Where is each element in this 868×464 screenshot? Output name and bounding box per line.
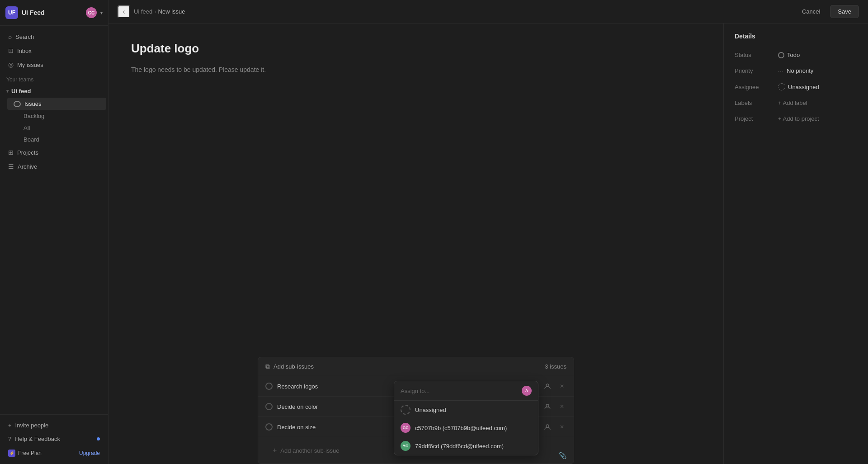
user-avatar-yc: YC xyxy=(401,441,410,451)
upgrade-button[interactable]: Upgrade xyxy=(79,450,100,456)
plus-icon: + xyxy=(8,422,12,429)
labels-label: Labels xyxy=(735,99,771,106)
help-icon: ? xyxy=(8,436,11,442)
sidebar-item-issues[interactable]: Issues xyxy=(7,98,106,110)
sub-issue-status-icon xyxy=(265,423,273,431)
editor-panel: Update logo The logo needs to be updated… xyxy=(108,24,723,464)
sidebar-item-backlog[interactable]: Backlog xyxy=(7,110,106,122)
sidebar-footer: + Invite people ? Help & Feedback ⚡ Free… xyxy=(0,414,108,464)
sidebar-header[interactable]: UF UI Feed CC ▾ xyxy=(0,0,108,26)
assign-option-yc[interactable]: YC 79ddf6cd (79ddf6cd@uifeed.com) xyxy=(394,437,538,455)
details-panel: Details Status Todo Priority ··· No prio… xyxy=(723,24,868,464)
close-button[interactable]: ✕ xyxy=(557,402,566,411)
issues-count: 3 issues xyxy=(545,363,566,370)
sidebar-item-archive[interactable]: ☰ Archive xyxy=(2,160,106,173)
team-sub-nav: Issues Backlog All Board xyxy=(0,98,108,145)
priority-label: Priority xyxy=(735,67,771,74)
status-text: Todo xyxy=(787,52,800,58)
assignee-icon xyxy=(778,83,785,90)
save-button[interactable]: Save xyxy=(830,5,859,18)
assign-option-label-yc: 79ddf6cd (79ddf6cd@uifeed.com) xyxy=(415,443,504,450)
breadcrumb-separator: › xyxy=(154,8,156,15)
project-label: Project xyxy=(735,115,771,122)
search-icon: ⌕ xyxy=(8,33,12,40)
sidebar-item-invite[interactable]: + Invite people xyxy=(2,419,106,432)
attachment-icon[interactable]: 📎 xyxy=(559,452,566,459)
add-label-button[interactable]: + Add label xyxy=(778,99,807,106)
sub-issue-item: Research logos A Unassigned xyxy=(258,376,574,397)
back-button[interactable]: ‹ xyxy=(118,5,130,18)
unassigned-icon xyxy=(401,405,410,415)
sidebar-item-my-issues[interactable]: ◎ My issues xyxy=(2,58,106,71)
plan-label: Free Plan xyxy=(18,450,42,456)
main-area: ‹ Ui feed › New issue Cancel Save Update… xyxy=(108,0,868,464)
my-issues-icon: ◎ xyxy=(8,61,14,68)
add-sub-issue-button[interactable]: + Add another sub-issue xyxy=(265,442,346,459)
cancel-button[interactable]: Cancel xyxy=(796,5,826,18)
issues-icon xyxy=(14,101,21,107)
assign-option-cc[interactable]: CC c5707b9b (c5707b9b@uifeed.com) xyxy=(394,419,538,437)
svg-point-1 xyxy=(546,404,549,407)
archive-icon: ☰ xyxy=(8,163,14,170)
sidebar-item-all[interactable]: All xyxy=(7,122,106,133)
add-sub-issue-label: Add another sub-issue xyxy=(280,447,339,454)
priority-text: No priority xyxy=(787,67,813,74)
back-icon: ‹ xyxy=(123,8,125,16)
sidebar: UF UI Feed CC ▾ ⌕ Search ⊡ Inbox ◎ My is… xyxy=(0,0,108,464)
assign-button[interactable] xyxy=(542,421,553,432)
svg-point-2 xyxy=(546,425,549,427)
chevron-down-icon: ▾ xyxy=(6,89,9,94)
sidebar-item-search[interactable]: ⌕ Search xyxy=(2,30,106,43)
priority-icon: ··· xyxy=(778,68,784,74)
breadcrumb: Ui feed › New issue xyxy=(134,8,185,15)
team-header[interactable]: ▾ Ui feed xyxy=(2,85,106,97)
assign-dropdown: A Unassigned CC c5707b9b (c5707b9b@uifee… xyxy=(394,381,538,455)
assign-search[interactable]: A xyxy=(394,381,538,401)
add-label-text: + Add label xyxy=(778,99,807,106)
app-name: UI Feed xyxy=(22,9,82,16)
detail-row-labels: Labels + Add label xyxy=(724,95,868,111)
detail-row-project: Project + Add to project xyxy=(724,111,868,127)
plus-icon: + xyxy=(273,446,277,455)
status-label: Status xyxy=(735,52,771,58)
topbar: ‹ Ui feed › New issue Cancel Save xyxy=(108,0,868,24)
breadcrumb-current: New issue xyxy=(158,8,185,15)
projects-icon: ⊞ xyxy=(8,149,14,156)
assign-search-input[interactable] xyxy=(401,388,518,394)
sidebar-item-inbox[interactable]: ⊡ Inbox xyxy=(2,44,106,57)
assign-option-label: Unassigned xyxy=(415,407,446,413)
assignee-value[interactable]: Unassigned xyxy=(778,83,819,90)
detail-row-assignee: Assignee Unassigned xyxy=(724,79,868,95)
sub-issues-container: ⧉ Add sub-issues 3 issues Research logos… xyxy=(258,357,574,464)
plan-bar: ⚡ Free Plan Upgrade xyxy=(2,446,106,460)
app-logo: UF xyxy=(5,6,18,19)
assign-avatar: A xyxy=(522,386,532,396)
add-project-button[interactable]: + Add to project xyxy=(778,115,819,122)
assignee-label: Assignee xyxy=(735,84,771,90)
add-project-text: + Add to project xyxy=(778,115,819,122)
svg-point-0 xyxy=(546,384,549,387)
issue-description[interactable]: The logo needs to be updated. Please upd… xyxy=(131,65,701,75)
sidebar-item-projects[interactable]: ⊞ Projects xyxy=(2,146,106,159)
breadcrumb-parent: Ui feed xyxy=(134,8,152,15)
detail-row-status: Status Todo xyxy=(724,47,868,63)
issue-title[interactable]: Update logo xyxy=(131,42,701,56)
sidebar-item-board[interactable]: Board xyxy=(7,134,106,145)
inbox-icon: ⊡ xyxy=(8,47,14,54)
priority-value[interactable]: ··· No priority xyxy=(778,67,813,74)
topbar-actions: Cancel Save xyxy=(796,5,859,18)
assign-option-label-cc: c5707b9b (c5707b9b@uifeed.com) xyxy=(415,425,507,431)
close-button[interactable]: ✕ xyxy=(557,382,566,391)
sub-issues-icon: ⧉ xyxy=(265,363,270,370)
assignee-text: Unassigned xyxy=(788,84,819,90)
assign-option-unassigned[interactable]: Unassigned xyxy=(394,401,538,419)
avatar: CC xyxy=(86,7,97,18)
assign-button[interactable] xyxy=(542,401,553,412)
sidebar-item-help[interactable]: ? Help & Feedback xyxy=(2,432,106,445)
close-button[interactable]: ✕ xyxy=(557,422,566,431)
sub-issues-label: Add sub-issues xyxy=(274,363,545,370)
content-area: Update logo The logo needs to be updated… xyxy=(108,24,868,464)
sub-issue-status-icon xyxy=(265,383,273,390)
status-value[interactable]: Todo xyxy=(778,52,800,58)
assign-button[interactable] xyxy=(542,381,553,392)
